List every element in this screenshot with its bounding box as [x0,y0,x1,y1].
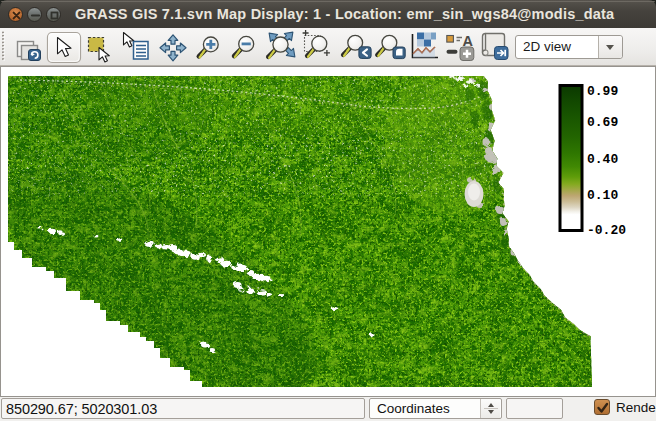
svg-text:0.99: 0.99 [587,84,618,99]
svg-text:-0.20: -0.20 [587,223,626,238]
svg-text:0.69: 0.69 [587,115,618,130]
svg-text:A: A [463,33,474,49]
svg-text:0.10: 0.10 [587,188,618,203]
svg-text:0.40: 0.40 [587,152,618,167]
